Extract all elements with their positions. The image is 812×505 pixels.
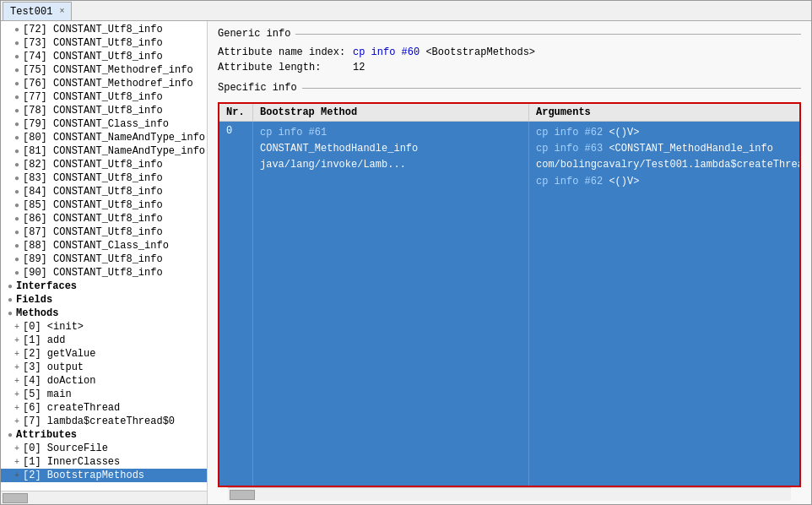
tree-item-label: [84] CONSTANT_Utf8_info [23, 186, 163, 198]
cp-info-61-link[interactable]: cp info #61 [260, 127, 327, 138]
expander-icon: + [14, 336, 19, 345]
tree-item-label: [86] CONSTANT_Utf8_info [23, 213, 163, 225]
tree-method-7[interactable]: + [7] lambda$createThread$0 [1, 415, 207, 428]
tree-item-78[interactable]: ● [78] CONSTANT_Utf8_info [1, 104, 207, 117]
cp-info-60-link[interactable]: cp info #60 [353, 46, 420, 58]
tree-item-72[interactable]: ● [72] CONSTANT_Utf8_info [1, 23, 207, 36]
tree-method-5[interactable]: + [5] main [1, 388, 207, 401]
tree-method-4[interactable]: + [4] doAction [1, 374, 207, 388]
right-panel: Generic info Attribute name index: cp in… [208, 21, 811, 504]
tree-method-6[interactable]: + [6] createThread [1, 401, 207, 415]
expander-icon: + [14, 458, 19, 467]
tree-item-80[interactable]: ● [80] CONSTANT_NameAndType_info [1, 131, 207, 144]
tree-section-interfaces[interactable]: ● Interfaces [1, 280, 207, 293]
cp-info-63-link[interactable]: cp info #63 [536, 143, 603, 155]
tree-item-77[interactable]: ● [77] CONSTANT_Utf8_info [1, 90, 207, 104]
bullet-icon: ● [14, 255, 19, 264]
tree-item-label: [88] CONSTANT_Class_info [23, 240, 169, 252]
tree-item-81[interactable]: ● [81] CONSTANT_NameAndType_info [1, 144, 207, 158]
bullet-icon: ● [14, 106, 19, 116]
attr-length-label: Attribute length: [218, 62, 353, 73]
tree-item-73[interactable]: ● [73] CONSTANT_Utf8_info [1, 36, 207, 50]
attr-name-label: Attribute name index: [218, 46, 353, 58]
section-label: Fields [16, 294, 52, 306]
tree-item-85[interactable]: ● [85] CONSTANT_Utf8_info [1, 198, 207, 212]
table-body: 0 cp info #61 CONSTANT_MethodHandle_info… [219, 122, 799, 486]
cp-info-62-link-1[interactable]: cp info #62 [536, 127, 603, 138]
tree-section-attributes[interactable]: ● Attributes [1, 428, 207, 442]
arg2-extra-line2: com/bolingcavalry/Test001.lambda$createT… [536, 157, 793, 173]
main-content: ● [72] CONSTANT_Utf8_info ● [73] CONSTAN… [1, 21, 811, 504]
tree-item-label: [80] CONSTANT_NameAndType_info [23, 132, 205, 144]
col-header-nr: Nr. [219, 104, 253, 121]
tree-item-74[interactable]: ● [74] CONSTANT_Utf8_info [1, 50, 207, 63]
tree-scroll[interactable]: ● [72] CONSTANT_Utf8_info ● [73] CONSTAN… [1, 21, 207, 491]
tab-close-button[interactable]: × [59, 7, 64, 16]
tree-item-82[interactable]: ● [82] CONSTANT_Utf8_info [1, 158, 207, 171]
bullet-icon: ● [8, 431, 13, 440]
scrollbar-thumb[interactable] [3, 493, 28, 503]
tree-method-0[interactable]: + [0] <init> [1, 320, 207, 334]
expander-icon: + [14, 404, 19, 413]
cell-nr: 0 [219, 122, 253, 486]
attr-name-extra: <BootstrapMethods> [425, 46, 535, 58]
tree-item-86[interactable]: ● [86] CONSTANT_Utf8_info [1, 212, 207, 225]
tree-attr-2-bootstrapmethods[interactable]: + [2] BootstrapMethods [1, 469, 207, 482]
cell-args: cp info #62 <()V> cp info #63 <CONSTANT_… [529, 122, 799, 486]
tree-item-label: [87] CONSTANT_Utf8_info [23, 226, 163, 238]
tree-item-label: [77] CONSTANT_Utf8_info [23, 91, 163, 103]
generic-info-title: Generic info [218, 28, 290, 40]
expander-icon: + [14, 390, 19, 399]
specific-info-title: Specific info [218, 82, 297, 94]
tree-section-methods[interactable]: ● Methods [1, 307, 207, 320]
tree-item-label: [4] doAction [23, 375, 95, 387]
tree-item-89[interactable]: ● [89] CONSTANT_Utf8_info [1, 252, 207, 266]
tree-item-76[interactable]: ● [76] CONSTANT_Methodref_info [1, 77, 207, 90]
cp-info-62-link-2[interactable]: cp info #62 [536, 176, 603, 187]
arg1-extra: <()V> [609, 127, 639, 138]
tree-item-label: [2] getValue [23, 348, 95, 360]
tree-item-87[interactable]: ● [87] CONSTANT_Utf8_info [1, 225, 207, 239]
bullet-icon: ● [8, 296, 13, 305]
bullet-icon: ● [14, 160, 19, 170]
tree-item-label: [85] CONSTANT_Utf8_info [23, 199, 163, 211]
tree-item-90[interactable]: ● [90] CONSTANT_Utf8_info [1, 266, 207, 280]
table-row-0[interactable]: 0 cp info #61 CONSTANT_MethodHandle_info… [219, 122, 799, 486]
tree-attr-1[interactable]: + [1] InnerClasses [1, 455, 207, 469]
bullet-icon: ● [14, 228, 19, 237]
expander-icon: + [14, 323, 19, 332]
left-panel-scrollbar[interactable] [1, 491, 207, 504]
attr-length-row: Attribute length: 12 [218, 60, 801, 75]
tree-item-label: [75] CONSTANT_Methodref_info [23, 64, 193, 76]
arg2-line: cp info #63 <CONSTANT_MethodHandle_info [536, 141, 793, 157]
tree-item-83[interactable]: ● [83] CONSTANT_Utf8_info [1, 171, 207, 185]
tree-item-79[interactable]: ● [79] CONSTANT_Class_info [1, 117, 207, 131]
tree-section-fields[interactable]: ● Fields [1, 293, 207, 307]
generic-info-header: Generic info [218, 28, 801, 40]
method-extra-line: CONSTANT_MethodHandle_info java/lang/inv… [260, 141, 522, 173]
scrollbar-thumb[interactable] [230, 490, 255, 500]
tree-item-84[interactable]: ● [84] CONSTANT_Utf8_info [1, 185, 207, 198]
bullet-icon: ● [14, 120, 19, 129]
bullet-icon: ● [14, 25, 19, 35]
tree-method-3[interactable]: + [3] output [1, 361, 207, 374]
tree-method-2[interactable]: + [2] getValue [1, 347, 207, 361]
tree-item-label: [76] CONSTANT_Methodref_info [23, 78, 193, 90]
tree-item-75[interactable]: ● [75] CONSTANT_Methodref_info [1, 63, 207, 77]
tree-item-88[interactable]: ● [88] CONSTANT_Class_info [1, 239, 207, 252]
table-header-row: Nr. Bootstrap Method Arguments [219, 104, 799, 122]
section-divider [295, 34, 801, 35]
right-panel-scrollbar[interactable] [228, 487, 791, 501]
tab-test001[interactable]: Test001 × [3, 2, 72, 20]
bullet-icon: ● [14, 93, 19, 102]
tree-item-label: [74] CONSTANT_Utf8_info [23, 51, 163, 62]
tree-method-1[interactable]: + [1] add [1, 334, 207, 347]
attr-name-row: Attribute name index: cp info #60 <Boots… [218, 45, 801, 60]
section-label: Interfaces [16, 280, 77, 292]
arg2-extra: <CONSTANT_MethodHandle_info [609, 143, 772, 155]
section-label: Attributes [16, 429, 77, 441]
bullet-icon: ● [14, 79, 19, 89]
tree-attr-0[interactable]: + [0] SourceFile [1, 442, 207, 455]
tree-item-label: [79] CONSTANT_Class_info [23, 118, 169, 130]
tree-item-label: [2] BootstrapMethods [23, 470, 144, 481]
